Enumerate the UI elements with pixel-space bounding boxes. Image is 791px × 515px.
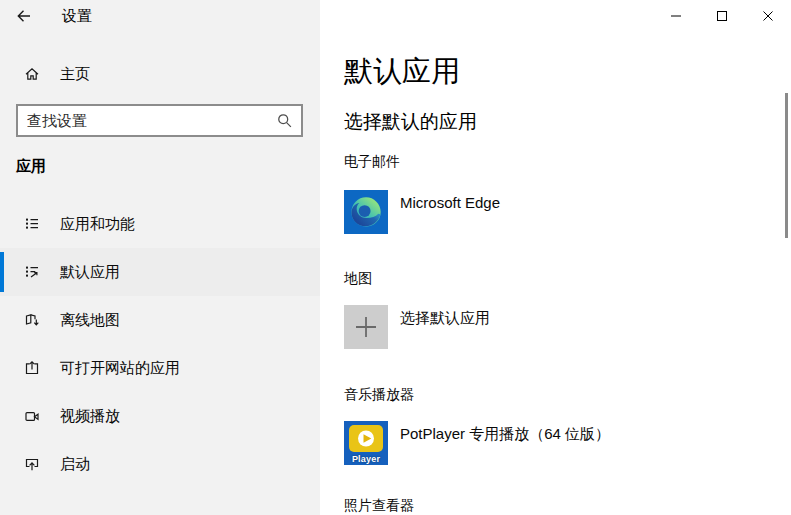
video-playback-icon: [24, 408, 40, 424]
window-title: 设置: [62, 0, 92, 32]
potplayer-badge-label: Player: [344, 454, 388, 464]
minimize-button[interactable]: [653, 0, 699, 32]
close-button[interactable]: [745, 0, 791, 32]
category-label-music-player: 音乐播放器: [344, 386, 414, 404]
sidebar-item-label: 默认应用: [60, 263, 120, 282]
category-label-email: 电子邮件: [344, 153, 400, 171]
search-input[interactable]: [18, 106, 301, 135]
minimize-icon: [670, 10, 682, 22]
sidebar-item-video-playback[interactable]: 视频播放: [0, 392, 320, 440]
startup-icon: [24, 456, 40, 472]
sidebar-item-offline-maps[interactable]: 离线地图: [0, 296, 320, 344]
sidebar-item-apps-features[interactable]: 应用和功能: [0, 200, 320, 248]
sidebar-item-label: 离线地图: [60, 311, 120, 330]
close-icon: [762, 10, 774, 22]
microsoft-edge-icon: [344, 190, 388, 234]
category-label-photo-viewer: 照片查看器: [344, 497, 414, 515]
potplayer-icon: Player: [344, 421, 388, 465]
sidebar-item-label: 视频播放: [60, 407, 120, 426]
main-content: 默认应用 选择默认的应用 电子邮件: [320, 0, 791, 515]
maximize-icon: [716, 10, 728, 22]
search-box: [16, 104, 303, 137]
offline-maps-icon: [24, 312, 40, 328]
search-icon[interactable]: [276, 112, 293, 129]
default-app-email[interactable]: Microsoft Edge: [344, 190, 500, 234]
back-arrow-icon: [16, 8, 32, 24]
sidebar-item-apps-for-websites[interactable]: 可打开网站的应用: [0, 344, 320, 392]
back-button[interactable]: [0, 0, 48, 32]
selection-indicator: [0, 252, 4, 292]
sidebar-item-startup[interactable]: 启动: [0, 440, 320, 488]
default-app-name: PotPlayer 专用播放（64 位版）: [400, 425, 610, 444]
default-app-name: 选择默认应用: [400, 309, 490, 328]
sidebar: 设置 主页 应用 应用和功能 默认应用: [0, 0, 320, 515]
scrollbar-thumb[interactable]: [785, 93, 788, 238]
category-label-maps: 地图: [344, 270, 372, 288]
sidebar-item-label: 可打开网站的应用: [60, 359, 180, 378]
page-subtitle: 选择默认的应用: [344, 109, 477, 135]
default-apps-icon: [24, 264, 40, 280]
potplayer-logo: [349, 425, 383, 452]
home-icon: [24, 66, 40, 82]
settings-window: 设置 主页 应用 应用和功能 默认应用: [0, 0, 791, 515]
sidebar-item-label: 启动: [60, 455, 90, 474]
titlebar: 设置: [0, 0, 320, 32]
page-title: 默认应用: [344, 52, 460, 92]
sidebar-item-default-apps[interactable]: 默认应用: [0, 248, 320, 296]
sidebar-section-header: 应用: [16, 157, 46, 176]
sidebar-item-home[interactable]: 主页: [0, 56, 320, 92]
default-app-name: Microsoft Edge: [400, 194, 500, 211]
apps-features-icon: [24, 216, 40, 232]
window-controls: [653, 0, 791, 32]
default-app-music-player[interactable]: Player PotPlayer 专用播放（64 位版）: [344, 421, 610, 465]
sidebar-item-label: 应用和功能: [60, 215, 135, 234]
sidebar-item-label: 主页: [60, 65, 90, 84]
plus-icon: [344, 305, 388, 349]
default-app-maps[interactable]: 选择默认应用: [344, 305, 490, 349]
maximize-button[interactable]: [699, 0, 745, 32]
apps-for-websites-icon: [24, 360, 40, 376]
